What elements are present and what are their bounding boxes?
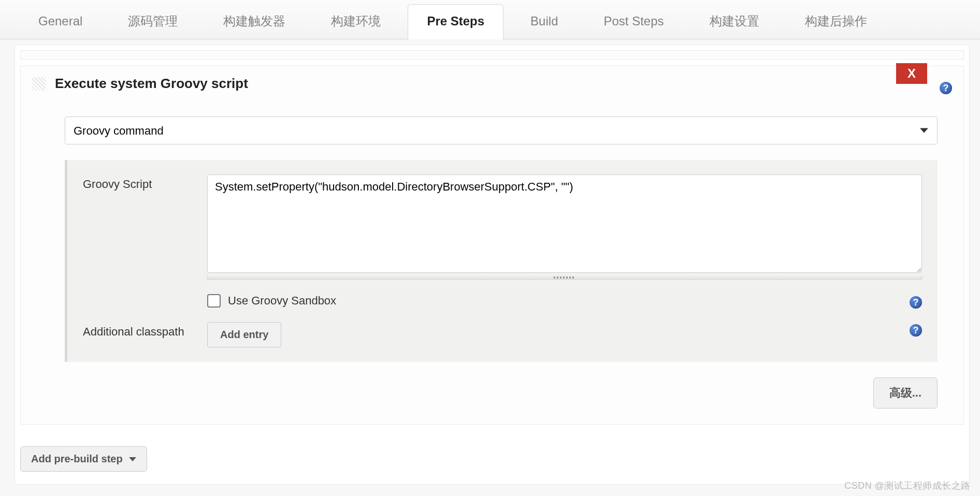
- delete-step-button[interactable]: X: [896, 63, 927, 84]
- additional-classpath-label: Additional classpath: [83, 322, 207, 339]
- script-type-select[interactable]: Groovy command: [65, 116, 938, 144]
- tab-general[interactable]: General: [20, 4, 101, 39]
- add-entry-button[interactable]: Add entry: [207, 322, 281, 347]
- help-icon[interactable]: ?: [940, 82, 952, 94]
- tab-triggers[interactable]: 构建触发器: [205, 4, 304, 39]
- tab-build-env[interactable]: 构建环境: [312, 4, 399, 39]
- step-title: Execute system Groovy script: [55, 76, 248, 92]
- groovy-sandbox-checkbox[interactable]: [207, 294, 221, 308]
- tab-scm[interactable]: 源码管理: [109, 4, 196, 39]
- watermark: CSDN @测试工程师成长之路: [844, 479, 971, 492]
- tab-post-build[interactable]: 构建后操作: [786, 4, 886, 39]
- groovy-sandbox-label: Use Groovy Sandbox: [228, 294, 336, 308]
- drag-handle-icon[interactable]: [32, 77, 46, 91]
- chevron-down-icon: [129, 457, 136, 461]
- config-tabs: General 源码管理 构建触发器 构建环境 Pre Steps Build …: [0, 0, 980, 39]
- help-icon[interactable]: ?: [910, 296, 922, 309]
- previous-section-footer: [20, 50, 964, 60]
- tab-pre-steps[interactable]: Pre Steps: [408, 4, 503, 39]
- textarea-resize-handle[interactable]: [207, 275, 922, 280]
- advanced-button[interactable]: 高级...: [873, 377, 938, 409]
- tab-build[interactable]: Build: [512, 4, 577, 39]
- tab-post-steps[interactable]: Post Steps: [585, 4, 682, 39]
- main-panel: X ? Execute system Groovy script Groovy …: [15, 45, 970, 485]
- add-pre-build-step-button[interactable]: Add pre-build step: [20, 446, 147, 472]
- add-pre-build-step-label: Add pre-build step: [31, 453, 123, 465]
- build-step-block: X ? Execute system Groovy script Groovy …: [20, 66, 964, 425]
- help-icon[interactable]: ?: [910, 324, 922, 337]
- groovy-script-textarea[interactable]: [207, 174, 922, 273]
- config-box: Groovy Script Use Groovy Sandbox ? A: [65, 160, 938, 362]
- tab-build-settings[interactable]: 构建设置: [691, 4, 778, 39]
- groovy-script-label: Groovy Script: [83, 174, 207, 191]
